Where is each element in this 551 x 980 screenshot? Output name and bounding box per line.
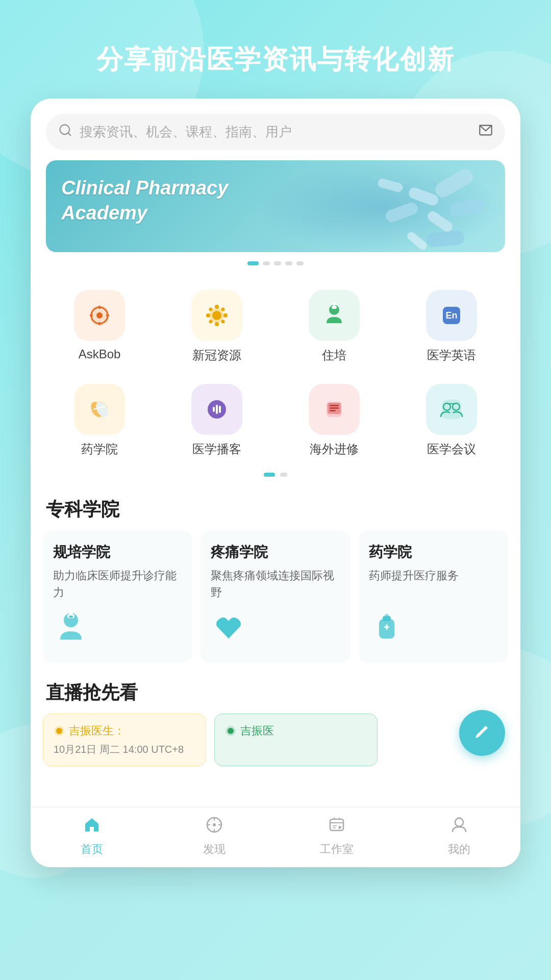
podcast-label: 医学播客: [192, 441, 241, 457]
nav-item-discover[interactable]: 发现: [153, 816, 276, 857]
grid-item-overseas[interactable]: 海外进修: [276, 374, 393, 468]
bottom-nav: 首页 发现: [31, 807, 520, 867]
fab-edit-icon: [472, 721, 492, 745]
nav-item-studio[interactable]: 工作室: [276, 816, 398, 857]
banner-dot-4[interactable]: [285, 261, 292, 265]
fab-button[interactable]: [459, 710, 505, 756]
pill-deco-5: [384, 201, 419, 224]
training-card-desc: 助力临床医师提升诊疗能力: [53, 567, 182, 601]
live-card-1[interactable]: 吉振医生： 10月21日 周二 14:00 UTC+8: [43, 714, 206, 766]
specialty-card-pain[interactable]: 疼痛学院 聚焦疼痛领域连接国际视野: [201, 530, 350, 663]
conference-icon: [426, 384, 477, 435]
askbob-label: AskBob: [79, 347, 121, 361]
svg-point-18: [209, 320, 213, 323]
live-section-header: 直播抢先看: [31, 675, 520, 714]
svg-rect-32: [219, 406, 221, 413]
home-icon: [83, 816, 101, 839]
svg-rect-37: [330, 410, 336, 411]
pill-deco-1: [433, 166, 475, 200]
nav-item-profile[interactable]: 我的: [398, 816, 520, 857]
pill-deco-7: [425, 230, 465, 248]
live-card-1-doctor: 吉振医生：: [69, 723, 125, 739]
training-card-icon: [53, 609, 182, 651]
header-title: 分享前沿医学资讯与转化创新: [0, 0, 551, 99]
resident-label: 住培: [322, 347, 346, 363]
svg-point-13: [215, 322, 219, 326]
pain-card-title: 疼痛学院: [211, 543, 340, 562]
banner-dot-5[interactable]: [296, 261, 304, 265]
covid-icon: [191, 290, 242, 341]
pharmacy-label: 药学院: [81, 441, 118, 457]
specialty-card-training[interactable]: 规培学院 助力临床医师提升诊疗能力: [43, 530, 192, 663]
grid-item-pharmacy[interactable]: 药学院: [41, 374, 158, 468]
training-card-title: 规培学院: [53, 543, 182, 562]
search-bar[interactable]: 搜索资讯、机会、课程、指南、用户: [46, 114, 505, 150]
grid-page-dots: [31, 468, 520, 487]
specialty-card-pharmacy[interactable]: 药学院 药师提升医疗服务: [359, 530, 508, 663]
svg-text:En: En: [445, 310, 457, 321]
svg-point-19: [221, 320, 225, 323]
banner-dot-1[interactable]: [247, 261, 259, 265]
banner-line2: Academy: [61, 201, 228, 226]
svg-rect-31: [216, 405, 218, 414]
svg-rect-45: [69, 616, 73, 618]
svg-point-44: [69, 610, 73, 615]
svg-point-5: [96, 312, 103, 318]
banner-line1: Clinical Pharmacy: [61, 176, 228, 201]
resident-icon: [309, 290, 360, 341]
grid-item-resident[interactable]: 住培: [276, 280, 393, 374]
svg-line-1: [68, 133, 70, 135]
grid-item-english[interactable]: En 医学英语: [393, 280, 510, 374]
studio-icon: [328, 816, 346, 839]
profile-label: 我的: [448, 842, 470, 857]
pharmacy-card-title: 药学院: [369, 543, 498, 562]
grid-dot-2[interactable]: [280, 473, 287, 477]
pain-card-icon: [211, 609, 340, 651]
live-card-2-header: 吉振医: [225, 723, 367, 739]
nav-item-home[interactable]: 首页: [31, 816, 153, 857]
specialty-section-title: 专科学院: [31, 487, 520, 530]
mail-icon[interactable]: [479, 123, 493, 141]
pain-card-desc: 聚焦疼痛领域连接国际视野: [211, 567, 340, 601]
svg-rect-62: [330, 819, 343, 830]
svg-point-22: [333, 303, 336, 306]
grid-item-conference[interactable]: 医学会议: [393, 374, 510, 468]
conference-label: 医学会议: [427, 441, 476, 457]
askbob-icon: [74, 290, 125, 341]
covid-label: 新冠资源: [192, 347, 241, 363]
icon-grid: AskBob 新冠资源: [31, 270, 520, 468]
banner[interactable]: Clinical Pharmacy Academy: [46, 160, 505, 252]
grid-item-askbob[interactable]: AskBob: [41, 280, 158, 374]
svg-point-16: [209, 307, 213, 311]
grid-dot-1[interactable]: [264, 473, 275, 477]
svg-point-11: [212, 311, 221, 320]
live-card-2[interactable]: 吉振医: [214, 714, 378, 766]
svg-rect-21: [332, 306, 337, 309]
pharmacy-card-desc: 药师提升医疗服务: [369, 567, 498, 584]
svg-point-12: [215, 305, 219, 309]
svg-point-68: [455, 818, 463, 826]
live-card-2-doctor: 吉振医: [240, 723, 274, 739]
banner-dot-3[interactable]: [274, 261, 281, 265]
english-icon: En: [426, 290, 477, 341]
banner-dot-2[interactable]: [263, 261, 270, 265]
studio-label: 工作室: [320, 842, 354, 857]
pill-deco-8: [406, 230, 429, 251]
svg-point-14: [206, 313, 210, 317]
discover-label: 发现: [203, 842, 226, 857]
home-label: 首页: [81, 842, 103, 857]
pharmacy-card-icon: [369, 609, 498, 651]
discover-icon: [205, 816, 223, 839]
grid-item-covid[interactable]: 新冠资源: [158, 280, 276, 374]
svg-rect-50: [386, 624, 387, 630]
specialty-cards-container: 规培学院 助力临床医师提升诊疗能力 疼痛学院 聚焦疼痛领域连接国际视野: [31, 530, 520, 675]
svg-point-15: [223, 313, 228, 317]
svg-rect-35: [330, 405, 339, 406]
svg-point-17: [221, 307, 225, 311]
grid-item-podcast[interactable]: 医学播客: [158, 374, 276, 468]
overseas-icon: [309, 384, 360, 435]
pill-deco-6: [377, 178, 404, 193]
banner-pills: [253, 160, 505, 252]
svg-point-54: [228, 728, 234, 734]
svg-point-57: [213, 823, 216, 826]
